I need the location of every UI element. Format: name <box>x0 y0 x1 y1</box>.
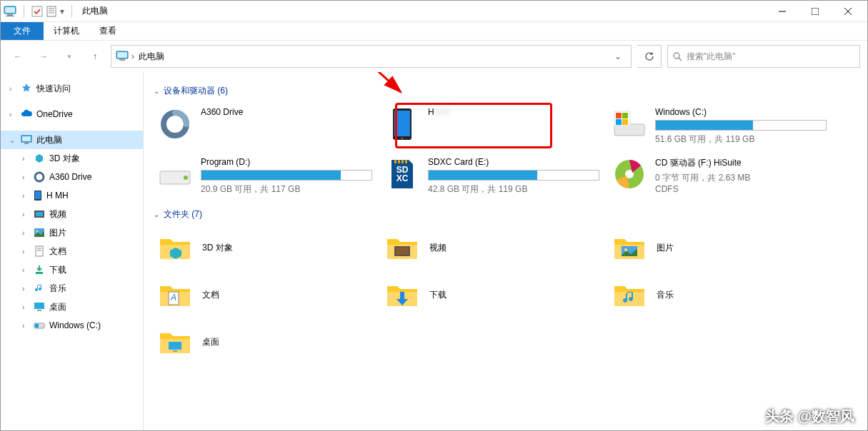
dropdown-icon[interactable]: ▾ <box>60 6 64 16</box>
svg-rect-24 <box>36 212 43 216</box>
star-icon <box>21 83 32 94</box>
checkbox-icon[interactable] <box>31 6 43 17</box>
back-button[interactable]: ← <box>8 46 28 66</box>
svg-rect-34 <box>35 324 39 328</box>
svg-point-38 <box>401 138 404 140</box>
drive-a360[interactable]: A360 Drive <box>154 103 375 148</box>
search-icon <box>672 51 682 61</box>
drive-sdxc-e[interactable]: SDXC SDXC Card (E:)42.8 GB 可用，共 119 GB <box>381 153 602 198</box>
tab-view[interactable]: 查看 <box>89 22 126 40</box>
svg-rect-15 <box>119 59 125 61</box>
svg-rect-22 <box>35 191 41 199</box>
drive-windows-c[interactable]: Windows (C:)51.6 GB 可用，共 119 GB <box>608 103 829 148</box>
folder-desktop[interactable]: 桌面 <box>154 320 375 363</box>
svg-rect-10 <box>812 8 819 15</box>
drive-cd-f[interactable]: CD 驱动器 (F:) HiSuite0 字节 可用，共 2.63 MBCDFS <box>608 153 829 198</box>
sidebar-item-pictures[interactable]: ›图片 <box>1 223 143 242</box>
sidebar: ›快速访问 ›OneDrive ⌄此电脑 ›3D 对象 ›A360 Drive … <box>1 72 144 430</box>
capacity-bar <box>428 170 599 181</box>
sidebar-item-device[interactable]: ›H MH <box>1 186 143 205</box>
folder-icon <box>611 276 648 313</box>
sidebar-item-documents[interactable]: ›文档 <box>1 242 143 260</box>
sidebar-item-downloads[interactable]: ›下载 <box>1 260 143 279</box>
drive-phone[interactable]: HH H <box>381 103 602 148</box>
svg-text:A: A <box>170 293 176 303</box>
svg-rect-49 <box>394 160 396 163</box>
maximize-button[interactable] <box>799 1 832 21</box>
group-folders[interactable]: ⌄文件夹 (7) <box>154 208 857 220</box>
sidebar-item-a360[interactable]: ›A360 Drive <box>1 168 143 186</box>
group-devices[interactable]: ⌄设备和驱动器 (6) <box>154 85 857 97</box>
svg-point-26 <box>36 230 39 233</box>
svg-rect-2 <box>7 14 13 16</box>
svg-rect-62 <box>173 350 177 352</box>
sidebar-item-onedrive[interactable]: ›OneDrive <box>1 105 143 123</box>
svg-point-46 <box>184 176 188 180</box>
folder-icon <box>156 323 194 360</box>
folder-videos[interactable]: 视频 <box>381 226 602 269</box>
tab-computer[interactable]: 计算机 <box>44 22 89 40</box>
sidebar-item-quick-access[interactable]: ›快速访问 <box>1 79 143 98</box>
recent-dropdown[interactable]: ▼ <box>59 46 79 66</box>
svg-rect-27 <box>36 246 43 256</box>
up-button[interactable]: ↑ <box>85 46 105 66</box>
folder-icon <box>384 276 421 313</box>
drive-icon <box>156 156 194 193</box>
svg-text:XC: XC <box>396 173 409 183</box>
sidebar-item-desktop[interactable]: ›桌面 <box>1 298 143 316</box>
sidebar-item-3d[interactable]: ›3D 对象 <box>1 149 143 168</box>
drive-icon <box>34 320 45 331</box>
pc-icon <box>21 134 32 146</box>
titlebar: ▾ 此电脑 <box>1 1 867 22</box>
minimize-button[interactable] <box>766 1 799 21</box>
svg-rect-44 <box>622 119 628 125</box>
phone-icon <box>34 190 42 201</box>
svg-rect-20 <box>24 143 29 144</box>
forward-button[interactable]: → <box>34 46 54 66</box>
a360-icon <box>34 171 45 183</box>
sd-card-icon: SDXC <box>384 156 421 193</box>
tab-file[interactable]: 文件 <box>1 22 44 40</box>
folder-3d[interactable]: 3D 对象 <box>154 226 375 269</box>
address-row: ← → ▼ ↑ › 此电脑 ⌄ 搜索"此电脑" <box>1 41 867 72</box>
folder-pictures[interactable]: 图片 <box>608 226 829 269</box>
svg-rect-5 <box>47 6 56 16</box>
cube-icon <box>34 153 45 164</box>
svg-rect-51 <box>401 160 404 163</box>
refresh-button[interactable] <box>637 45 662 68</box>
sidebar-item-thispc[interactable]: ⌄此电脑 <box>1 131 143 149</box>
video-icon <box>34 208 45 220</box>
cd-icon <box>611 156 648 193</box>
search-input[interactable]: 搜索"此电脑" <box>667 45 860 68</box>
chevron-down-icon[interactable]: ⌄ <box>608 51 628 61</box>
svg-rect-31 <box>34 303 44 309</box>
a360-icon <box>156 106 194 143</box>
sidebar-item-music[interactable]: ›音乐 <box>1 279 143 298</box>
svg-rect-19 <box>22 136 31 141</box>
sidebar-item-videos[interactable]: ›视频 <box>1 205 143 223</box>
svg-rect-3 <box>6 16 14 16</box>
chevron-right-icon[interactable]: › <box>131 51 134 61</box>
svg-rect-52 <box>405 160 407 163</box>
music-icon <box>34 283 45 294</box>
breadcrumb[interactable]: 此电脑 <box>136 51 167 63</box>
close-button[interactable] <box>832 1 864 21</box>
watermark: 头条 @数智风 <box>765 407 854 426</box>
desktop-icon <box>34 301 45 313</box>
folder-documents[interactable]: A文档 <box>154 273 375 316</box>
ribbon: 文件 计算机 查看 <box>1 22 867 41</box>
search-placeholder: 搜索"此电脑" <box>687 51 736 63</box>
folder-music[interactable]: 音乐 <box>608 273 829 316</box>
sidebar-item-windows-c[interactable]: ›Windows (C:) <box>1 316 143 335</box>
properties-icon[interactable] <box>46 6 57 17</box>
folder-downloads[interactable]: 下载 <box>381 273 602 316</box>
svg-rect-32 <box>37 310 41 311</box>
svg-rect-42 <box>622 113 628 118</box>
picture-icon <box>34 227 45 238</box>
drive-program-d[interactable]: Program (D:)20.9 GB 可用，共 117 GB <box>154 153 375 198</box>
address-bar[interactable]: › 此电脑 ⌄ <box>111 45 632 68</box>
svg-rect-56 <box>396 248 409 255</box>
svg-rect-43 <box>616 119 622 125</box>
download-icon <box>34 264 45 275</box>
svg-rect-41 <box>616 113 622 118</box>
